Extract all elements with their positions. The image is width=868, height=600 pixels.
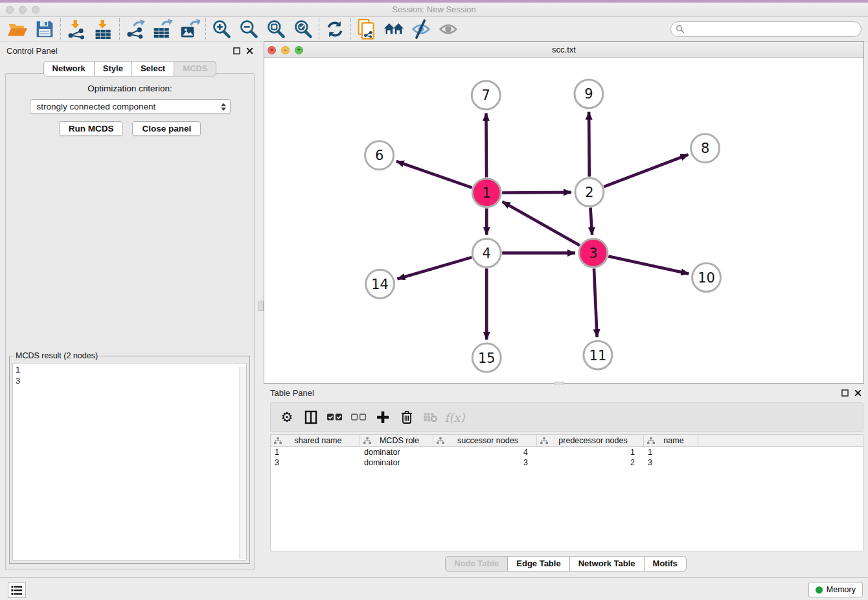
table-panel-title: Table Panel [270, 388, 841, 398]
column-type-icon [274, 437, 282, 444]
network-canvas[interactable]: 7968124314101511 [264, 58, 863, 383]
tab-style[interactable]: Style [94, 61, 132, 76]
table-row[interactable]: 3dominator323 [271, 457, 863, 468]
zoom-selected-button[interactable] [290, 18, 317, 40]
table-cell[interactable]: 3 [433, 458, 537, 467]
close-panel-icon[interactable] [246, 47, 253, 54]
table-cell[interactable]: dominator [360, 458, 433, 467]
graph-edge-1-2[interactable] [502, 192, 571, 193]
control-panel: Control Panel NetworkStyleSelectMCDS Opt… [0, 43, 260, 575]
node-table[interactable]: shared nameMCDS rolesuccessor nodesprede… [270, 434, 863, 551]
search-input[interactable] [688, 25, 861, 34]
table-cell[interactable]: dominator [360, 448, 433, 457]
graph-edge-3-10[interactable] [608, 256, 689, 273]
open-session-button[interactable] [4, 18, 31, 40]
unchecked-boxes-icon [351, 413, 367, 421]
home-view-button[interactable] [380, 18, 407, 40]
table-cell[interactable]: 3 [644, 458, 698, 467]
delete-table-button[interactable] [421, 406, 440, 428]
graph-node-label-11: 11 [589, 348, 607, 363]
node-table-header: shared nameMCDS rolesuccessor nodesprede… [271, 435, 863, 447]
graph-node-label-1: 1 [483, 185, 491, 201]
graph-node-label-7: 7 [482, 87, 490, 103]
task-history-button[interactable] [8, 583, 26, 598]
table-cell[interactable]: 2 [537, 458, 644, 467]
graph-edge-4-14[interactable] [397, 257, 472, 279]
graph-edge-2-3[interactable] [590, 207, 592, 235]
graph-edge-2-9[interactable] [589, 112, 589, 177]
node-table-body: 1dominator4113dominator323 [271, 447, 863, 468]
graph-edge-1-6[interactable] [396, 161, 472, 188]
tab-mcds[interactable]: MCDS [174, 61, 216, 76]
table-cell[interactable]: 1 [537, 448, 644, 457]
delete-column-button[interactable] [397, 406, 417, 428]
graph-edge-2-8[interactable] [604, 155, 688, 187]
column-header-MCDS-role[interactable]: MCDS role [360, 435, 433, 446]
eye-slash-icon [411, 19, 431, 39]
tab-edge-table[interactable]: Edge Table [507, 556, 569, 571]
table-row[interactable]: 1dominator411 [271, 447, 863, 457]
close-panel-button[interactable]: Close panel [132, 121, 201, 136]
deselect-all-checks-button[interactable] [349, 406, 369, 428]
graph-edge-3-1[interactable] [503, 202, 580, 245]
zoom-out-icon [238, 19, 259, 40]
export-image-button[interactable] [176, 18, 203, 40]
memory-button[interactable]: Memory [808, 582, 863, 597]
eye-icon [438, 19, 459, 39]
export-network-button[interactable] [122, 18, 149, 40]
import-network-button[interactable] [63, 18, 90, 40]
function-builder-button[interactable]: f(x) [445, 406, 464, 428]
app-titlebar: Session: New Session [0, 0, 868, 17]
column-type-icon [437, 437, 444, 444]
graph-edge-1-7[interactable] [486, 113, 486, 178]
save-session-button[interactable] [31, 18, 58, 40]
show-all-button[interactable] [435, 18, 462, 40]
float-panel-icon[interactable] [841, 389, 849, 397]
refresh-icon [325, 19, 345, 39]
close-panel-icon[interactable] [854, 389, 862, 397]
tab-node-table[interactable]: Node Table [445, 556, 508, 571]
table-cell[interactable]: 1 [271, 448, 360, 457]
optimization-criterion-label: Optimization criterion: [6, 84, 254, 93]
graph-node-label-9: 9 [584, 86, 593, 102]
graph-node-label-10: 10 [698, 270, 715, 286]
search-box[interactable] [670, 21, 862, 37]
export-table-button[interactable] [149, 18, 176, 40]
memory-label: Memory [827, 585, 856, 594]
import-table-button[interactable] [90, 18, 117, 40]
add-column-button[interactable] [373, 406, 393, 428]
select-all-checks-button[interactable] [325, 406, 345, 428]
show-columns-button[interactable] [301, 406, 321, 428]
table-cell[interactable]: 1 [644, 448, 698, 457]
result-scrollbar[interactable] [239, 367, 246, 559]
zoom-out-button[interactable] [235, 18, 262, 40]
column-header-predecessor-nodes[interactable]: predecessor nodes [537, 435, 644, 446]
run-mcds-button[interactable]: Run MCDS [59, 121, 124, 136]
main-toolbar [0, 17, 868, 41]
zoom-fit-button[interactable] [262, 18, 290, 40]
table-options-button[interactable]: ⚙ [277, 406, 297, 428]
memory-status-icon [816, 586, 823, 594]
tab-network-table[interactable]: Network Table [569, 556, 645, 571]
column-header-name[interactable]: name [644, 435, 698, 446]
float-panel-icon[interactable] [233, 47, 240, 54]
table-cell[interactable]: 4 [433, 448, 537, 457]
selected-criterion: strongly connected component [37, 102, 221, 111]
column-header-successor-nodes[interactable]: successor nodes [433, 435, 537, 446]
vertical-splitter-handle[interactable] [258, 301, 264, 311]
toolbar-separator [319, 18, 319, 40]
hide-selected-button[interactable] [407, 18, 435, 40]
optimization-criterion-select[interactable]: strongly connected component [30, 99, 231, 114]
column-header-shared-name[interactable]: shared name [271, 435, 360, 446]
table-cell[interactable]: 3 [271, 458, 360, 467]
titlebar-accent [0, 0, 868, 3]
tab-motifs[interactable]: Motifs [644, 556, 687, 571]
tab-select[interactable]: Select [131, 61, 174, 76]
clone-network-icon [357, 19, 376, 40]
graph-edge-3-11[interactable] [594, 268, 597, 337]
apply-layout-button[interactable] [321, 18, 348, 40]
tab-network[interactable]: Network [43, 61, 95, 76]
mcds-result-text[interactable]: 1 3 [12, 363, 247, 560]
zoom-in-button[interactable] [208, 18, 235, 40]
clone-network-button[interactable] [353, 18, 380, 40]
